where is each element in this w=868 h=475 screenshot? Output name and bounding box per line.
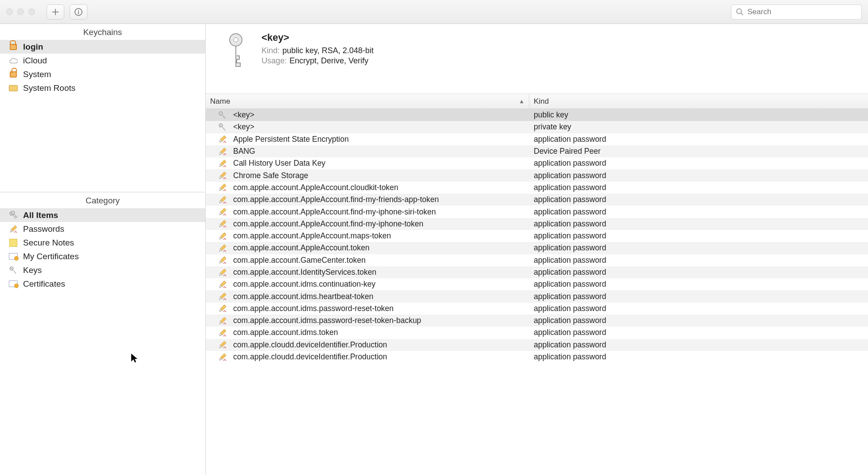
keychain-item[interactable]: iCloud <box>0 54 205 67</box>
keychain-item[interactable]: System Roots <box>0 81 205 95</box>
table-row[interactable]: com.apple.account.idms.heartbeat-tokenap… <box>206 290 868 302</box>
pencil-icon <box>218 232 227 241</box>
table-row[interactable]: com.apple.account.idms.password-reset-to… <box>206 315 868 327</box>
table-row[interactable]: com.apple.cloudd.deviceIdentifier.Produc… <box>206 339 868 351</box>
row-kind: public key <box>529 110 868 120</box>
row-name: Apple Persistent State Encryption <box>233 135 349 144</box>
pencil-icon <box>9 225 18 234</box>
category-item-label: Keys <box>23 265 42 275</box>
table-row[interactable]: com.apple.account.IdentityServices.token… <box>206 266 868 278</box>
category-heading: Category <box>0 192 205 208</box>
table-row[interactable]: com.apple.account.AppleAccount.find-my-i… <box>206 218 868 230</box>
table-body[interactable]: <key>public key<key>private keyApple Per… <box>206 109 868 475</box>
info-button[interactable] <box>70 4 87 19</box>
row-kind: application password <box>529 304 868 313</box>
category-item[interactable]: All Items <box>0 208 205 222</box>
row-name: Chrome Safe Storage <box>233 171 308 180</box>
category-item-label: Passwords <box>23 224 64 234</box>
pencil-icon <box>218 256 227 265</box>
detail-kind-label: Kind: <box>262 46 280 55</box>
pencil-icon <box>218 183 227 192</box>
pencil-icon <box>218 159 227 168</box>
table-row[interactable]: com.apple.account.idms.continuation-keya… <box>206 278 868 290</box>
minimize-window-button[interactable] <box>17 8 24 15</box>
row-kind: application password <box>529 183 868 192</box>
keys-icon <box>9 211 18 220</box>
pencil-icon <box>218 195 227 204</box>
row-name: com.apple.account.GameCenter.token <box>233 256 366 265</box>
lock-open-icon <box>9 43 18 51</box>
row-kind: application password <box>529 243 868 253</box>
category-item-label: All Items <box>23 210 58 220</box>
table-row[interactable]: com.apple.account.AppleAccount.tokenappl… <box>206 242 868 254</box>
row-kind: application password <box>529 135 868 144</box>
table-row[interactable]: BANGDevice Paired Peer <box>206 145 868 157</box>
table-row[interactable]: <key>private key <box>206 121 868 133</box>
row-kind: application password <box>529 159 868 168</box>
row-name: <key> <box>233 110 254 120</box>
table-row[interactable]: Chrome Safe Storageapplication password <box>206 169 868 181</box>
table-header: Name ▲ Kind <box>206 94 868 109</box>
search-field[interactable] <box>731 4 862 19</box>
row-name: com.apple.account.AppleAccount.token <box>233 243 369 253</box>
category-item[interactable]: Certificates <box>0 277 205 291</box>
row-kind: application password <box>529 340 868 350</box>
row-name: com.apple.cloudd.deviceIdentifier.Produc… <box>233 340 387 350</box>
category-item[interactable]: Keys <box>0 263 205 277</box>
table-row[interactable]: com.apple.account.GameCenter.tokenapplic… <box>206 254 868 266</box>
table-row[interactable]: Apple Persistent State Encryptionapplica… <box>206 133 868 145</box>
keychain-item[interactable]: login <box>0 40 205 54</box>
table-row[interactable]: com.apple.account.AppleAccount.cloudkit-… <box>206 182 868 194</box>
table-row[interactable]: com.apple.account.idms.password-reset-to… <box>206 303 868 315</box>
category-item[interactable]: Passwords <box>0 222 205 236</box>
cloud-icon <box>9 56 18 65</box>
column-header-kind[interactable]: Kind <box>529 97 868 106</box>
sort-indicator-icon: ▲ <box>519 98 524 105</box>
row-kind: application password <box>529 268 868 277</box>
sidebar: Keychains loginiCloudSystemSystem Roots … <box>0 24 206 475</box>
category-item[interactable]: Secure Notes <box>0 236 205 249</box>
row-kind: private key <box>529 122 868 132</box>
table-row[interactable]: <key>public key <box>206 109 868 121</box>
table-row[interactable]: com.apple.account.AppleAccount.find-my-i… <box>206 206 868 218</box>
table-row[interactable]: com.apple.account.AppleAccount.find-my-f… <box>206 194 868 206</box>
row-name: com.apple.account.idms.heartbeat-token <box>233 292 373 301</box>
row-name: com.apple.account.idms.password-reset-to… <box>233 304 394 313</box>
row-kind: application password <box>529 328 868 337</box>
column-header-name[interactable]: Name ▲ <box>206 94 529 109</box>
key-large-icon <box>223 32 248 70</box>
category-item[interactable]: My Certificates <box>0 249 205 263</box>
pencil-icon <box>218 304 227 313</box>
certificate-icon <box>9 252 18 261</box>
row-name: com.apple.account.IdentityServices.token <box>233 268 376 277</box>
row-name: com.apple.account.AppleAccount.find-my-i… <box>233 207 436 217</box>
row-name: BANG <box>233 147 255 156</box>
pencil-icon <box>218 147 227 156</box>
keychain-item[interactable]: System <box>0 67 205 81</box>
column-header-kind-label: Kind <box>534 97 549 105</box>
keychain-item-label: System Roots <box>23 83 75 93</box>
table-row[interactable]: com.apple.account.AppleAccount.maps-toke… <box>206 230 868 242</box>
item-detail-panel: <key> Kind:public key, RSA, 2.048-bit Us… <box>206 24 868 94</box>
row-name: com.apple.account.AppleAccount.maps-toke… <box>233 231 391 241</box>
table-row[interactable]: com.apple.account.idms.tokenapplication … <box>206 327 868 339</box>
pencil-icon <box>218 292 227 301</box>
zoom-window-button[interactable] <box>28 8 35 15</box>
row-name: com.apple.account.AppleAccount.find-my-f… <box>233 195 439 204</box>
pencil-icon <box>218 328 227 337</box>
add-button[interactable] <box>47 4 64 19</box>
key-icon <box>9 266 18 275</box>
row-name: <key> <box>233 122 254 132</box>
table-row[interactable]: com.apple.cloudd.deviceIdentifier.Produc… <box>206 351 868 363</box>
row-name: com.apple.account.idms.token <box>233 328 338 337</box>
detail-usage-value: Encrypt, Derive, Verify <box>289 56 368 65</box>
pencil-icon <box>218 268 227 277</box>
detail-usage-label: Usage: <box>262 56 287 65</box>
search-input[interactable] <box>747 8 857 16</box>
row-kind: application password <box>529 207 868 217</box>
close-window-button[interactable] <box>6 8 13 15</box>
table-row[interactable]: Call History User Data Keyapplication pa… <box>206 157 868 169</box>
category-item-label: Certificates <box>23 279 65 289</box>
pencil-icon <box>218 135 227 144</box>
row-name: Call History User Data Key <box>233 159 325 168</box>
